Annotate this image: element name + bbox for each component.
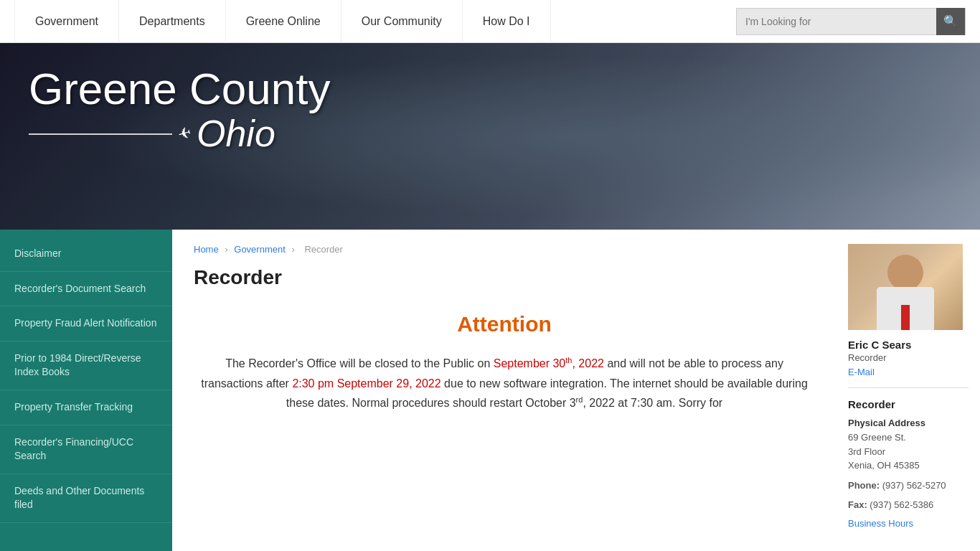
- hero-title-line1: Greene County: [29, 65, 330, 113]
- breadcrumb: Home › Government › Recorder: [194, 244, 815, 255]
- nav-item-how-do-i[interactable]: How Do I: [463, 0, 551, 43]
- hero-line-left: [29, 133, 172, 135]
- hero-title-line2: Ohio: [197, 113, 275, 154]
- right-sidebar: Eric C Sears Recorder E-Mail Recorder Ph…: [837, 230, 980, 551]
- search-button[interactable]: 🔍: [936, 8, 965, 35]
- left-sidebar: Disclaimer Recorder's Document Search Pr…: [0, 230, 172, 551]
- phone-label: Phone:: [848, 480, 880, 491]
- sidebar-item-disclaimer[interactable]: Disclaimer: [0, 237, 172, 272]
- person-name: Eric C Sears: [848, 339, 969, 351]
- address-text: 69 Greene St. 3rd Floor Xenia, OH 45385: [848, 430, 969, 473]
- date3-sup: rd: [576, 395, 583, 404]
- hero-banner: Greene County ✈ Ohio: [0, 43, 980, 230]
- airplane-icon: ✈: [176, 123, 193, 145]
- address-line2: 3rd Floor: [848, 446, 885, 457]
- nav-item-greene-online[interactable]: Greene Online: [226, 0, 341, 43]
- person-tie-shape: [901, 305, 910, 330]
- address-label: Physical Address: [848, 418, 969, 428]
- right-divider: [848, 387, 969, 388]
- search-bar: 🔍: [736, 8, 966, 35]
- sidebar-item-prior-1984[interactable]: Prior to 1984 Direct/Reverse Index Books: [0, 342, 172, 390]
- person-photo: [848, 244, 963, 330]
- main-content: Disclaimer Recorder's Document Search Pr…: [0, 230, 980, 551]
- nav-item-our-community[interactable]: Our Community: [341, 0, 463, 43]
- nav-item-departments[interactable]: Departments: [119, 0, 226, 43]
- breadcrumb-government[interactable]: Government: [234, 244, 286, 255]
- sidebar-item-property-fraud-alert[interactable]: Property Fraud Alert Notification: [0, 306, 172, 342]
- content-paragraph: The Recorder's Office will be closed to …: [194, 354, 815, 413]
- breadcrumb-sep1: ›: [225, 244, 230, 255]
- search-input[interactable]: [737, 16, 936, 27]
- address-line3: Xenia, OH 45385: [848, 460, 920, 471]
- person-email-link[interactable]: E-Mail: [848, 367, 875, 377]
- sidebar-item-property-transfer[interactable]: Property Transfer Tracking: [0, 390, 172, 425]
- breadcrumb-current: Recorder: [304, 244, 342, 255]
- sidebar-item-deeds-documents[interactable]: Deeds and Other Documents filed: [0, 474, 172, 523]
- attention-heading: Attention: [194, 312, 815, 336]
- person-title: Recorder: [848, 352, 969, 363]
- person-head-shape: [887, 255, 923, 291]
- page-title: Recorder: [194, 266, 815, 295]
- date2-text: 2:30 pm September 29, 2022: [292, 377, 440, 390]
- date1-text: September 30th, 2022: [494, 357, 604, 369]
- sidebar-item-recorders-document-search[interactable]: Recorder's Document Search: [0, 272, 172, 307]
- top-navigation: Government Departments Greene Online Our…: [0, 0, 980, 43]
- end-text: , 2022 at 7:30 am. Sorry for: [583, 397, 722, 409]
- content-area: Home › Government › Recorder Recorder At…: [172, 230, 837, 551]
- phone-text: Phone: (937) 562-5270: [848, 479, 969, 493]
- nav-item-government[interactable]: Government: [14, 0, 119, 43]
- search-icon: 🔍: [943, 14, 958, 28]
- content-intro: The Recorder's Office will be closed to …: [225, 357, 490, 369]
- nav-items: Government Departments Greene Online Our…: [14, 0, 736, 43]
- right-section-title: Recorder: [848, 398, 969, 410]
- address-line1: 69 Greene St.: [848, 432, 906, 443]
- hero-content: Greene County ✈ Ohio: [29, 65, 330, 154]
- breadcrumb-sep2: ›: [291, 244, 297, 255]
- business-hours-link[interactable]: Business Hours: [848, 518, 969, 529]
- person-body-shape: [877, 287, 934, 330]
- fax-text: Fax: (937) 562-5386: [848, 498, 969, 512]
- fax-label: Fax:: [848, 499, 867, 510]
- breadcrumb-home[interactable]: Home: [194, 244, 219, 255]
- sidebar-item-recorders-financing[interactable]: Recorder's Financing/UCC Search: [0, 425, 172, 474]
